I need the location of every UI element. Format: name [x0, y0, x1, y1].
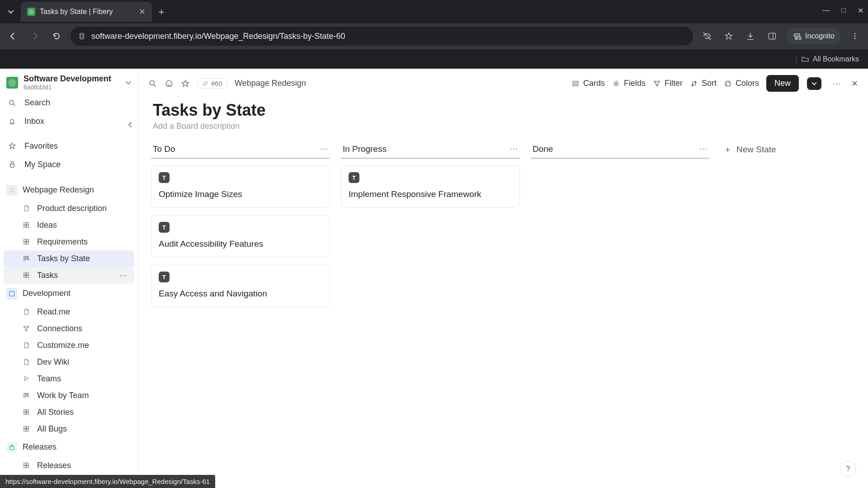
window-minimize-icon[interactable]: ― [822, 6, 830, 15]
tree-item[interactable]: Tasks⋯ [4, 267, 134, 284]
tree-item[interactable]: Work by Team [0, 387, 138, 404]
column-header[interactable]: In Progress⋯ [341, 140, 520, 158]
nav-back-button[interactable] [5, 28, 21, 44]
view-type-icon [23, 308, 32, 315]
column-menu-icon[interactable]: ⋯ [699, 144, 708, 154]
svg-rect-24 [27, 273, 29, 275]
topbar-search-icon[interactable] [148, 79, 157, 88]
page-id-tag[interactable]: #60 [197, 78, 227, 89]
column-divider [341, 158, 520, 159]
more-icon[interactable]: ⋯ [119, 270, 127, 280]
tree-item[interactable]: Releases [0, 457, 138, 474]
tree-item[interactable]: Ideas [0, 217, 138, 234]
sidebar-search[interactable]: Search [0, 94, 138, 112]
view-type-icon [23, 238, 32, 245]
app-root: Software Development 6ad8d3d1 Search Inb… [0, 69, 868, 488]
tree-item[interactable]: Customize.me [0, 337, 138, 354]
space-releases[interactable]: Releases [0, 437, 138, 457]
view-fields-button[interactable]: Fields [612, 79, 646, 88]
new-tab-button[interactable]: ＋ [156, 5, 166, 19]
window-close-icon[interactable]: ✕ [858, 6, 863, 15]
board-card[interactable]: TOptimize Image Sizes [151, 165, 330, 208]
space-dev[interactable]: Development [0, 284, 138, 304]
chevron-down-icon [811, 81, 817, 86]
filter-button[interactable]: Filter [653, 79, 683, 88]
more-menu-button[interactable]: ⋯ [832, 79, 840, 89]
sidebar-inbox-label: Inbox [24, 117, 44, 126]
workspace-switcher[interactable]: Software Development 6ad8d3d1 [0, 69, 138, 94]
new-dropdown-button[interactable] [807, 77, 821, 90]
svg-point-61 [726, 84, 727, 85]
topbar-star-icon[interactable] [181, 79, 190, 88]
svg-rect-23 [24, 273, 26, 275]
new-button[interactable]: New [766, 75, 799, 92]
board-card[interactable]: TAudit Accessibility Features [151, 215, 330, 258]
svg-rect-43 [24, 463, 26, 465]
tracking-icon[interactable] [699, 28, 715, 44]
sort-button[interactable]: Sort [690, 79, 717, 88]
sidebar-search-label: Search [24, 98, 50, 108]
view-cards-button[interactable]: Cards [571, 79, 605, 88]
topbar-emoji-icon[interactable] [165, 79, 174, 88]
column-menu-icon[interactable]: ⋯ [320, 144, 328, 154]
topbar: #60 Webpage Redesign Cards Fields Filter… [138, 69, 868, 98]
column-header[interactable]: Done⋯ [531, 140, 710, 158]
tree-item[interactable]: All Stories [0, 404, 138, 421]
breadcrumb[interactable]: Webpage Redesign [235, 79, 306, 88]
tree-item-label: Connections [37, 324, 82, 333]
close-panel-button[interactable]: ✕ [851, 79, 858, 89]
tree-item[interactable]: All Bugs [0, 421, 138, 437]
view-type-icon [23, 375, 32, 382]
tree-item[interactable]: Requirements [0, 234, 138, 250]
svg-rect-17 [27, 239, 29, 242]
close-tab-icon[interactable]: ✕ [139, 7, 146, 17]
site-settings-icon [78, 32, 86, 40]
window-maximize-icon[interactable]: □ [841, 6, 846, 15]
tree-item[interactable]: Dev Wiki [0, 354, 138, 371]
sidebar-my-space[interactable]: My Space [0, 155, 138, 174]
tree-item-label: All Bugs [37, 424, 67, 434]
colors-button[interactable]: Colors [724, 79, 759, 88]
svg-rect-32 [26, 394, 27, 396]
sidebar-inbox[interactable]: Inbox [0, 112, 138, 131]
space-webpage[interactable]: Webpage Redesign [0, 180, 138, 200]
address-bar[interactable]: software-development.fibery.io/Webpage_R… [71, 27, 693, 46]
bookmark-star-button[interactable] [721, 28, 736, 44]
url-text: software-development.fibery.io/Webpage_R… [91, 32, 345, 41]
column-name: To Do [153, 144, 175, 154]
downloads-button[interactable] [743, 28, 758, 44]
all-bookmarks-link[interactable]: All Bookmarks [813, 55, 859, 63]
tree-item[interactable]: Connections [0, 320, 138, 337]
tree-item-label: Tasks [37, 271, 58, 280]
incognito-badge[interactable]: Incognito [786, 28, 841, 44]
nav-reload-button[interactable] [49, 28, 64, 44]
browser-tab[interactable]: Tasks by State | Fibery ✕ [21, 2, 152, 22]
board-card[interactable]: TEasy Access and Navigation [151, 265, 330, 307]
tab-search-dropdown[interactable] [4, 4, 18, 19]
new-state-button[interactable]: ＋New State [721, 140, 779, 159]
board-card[interactable]: TImplement Responsive Framework [341, 165, 520, 208]
card-type-badge: T [159, 222, 170, 233]
svg-point-54 [170, 82, 171, 83]
page-description-placeholder[interactable]: Add a Board description [138, 122, 868, 140]
column-header[interactable]: To Do⋯ [151, 140, 330, 158]
svg-rect-15 [27, 225, 29, 228]
svg-point-60 [728, 82, 729, 83]
chevron-down-icon [8, 9, 14, 15]
arrow-right-icon [30, 32, 39, 41]
column-menu-icon[interactable]: ⋯ [509, 144, 518, 154]
help-button[interactable]: ? [840, 461, 856, 477]
tree-item[interactable]: Product description [0, 200, 138, 217]
nav-forward-button[interactable] [27, 28, 42, 44]
status-bar: https://software-development.fibery.io/W… [0, 475, 215, 488]
bookmarks-bar: | All Bookmarks [0, 49, 868, 69]
sidebar-favorites[interactable]: Favorites [0, 137, 138, 155]
svg-line-51 [154, 84, 156, 86]
tree-item[interactable]: Read.me [0, 304, 138, 320]
tree-item[interactable]: Tasks by State [4, 250, 134, 267]
sidepanel-button[interactable] [764, 28, 780, 44]
browser-menu-button[interactable] [847, 28, 863, 44]
page-title[interactable]: Tasks by State [138, 98, 868, 122]
tree-item[interactable]: Teams [0, 371, 138, 387]
svg-rect-39 [27, 427, 29, 429]
